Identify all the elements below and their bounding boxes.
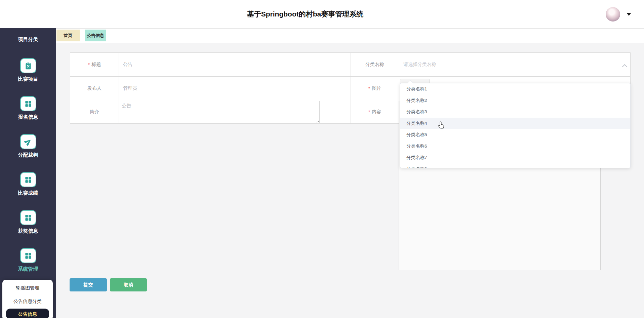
dropdown-option[interactable]: 分类名称8 [400, 163, 630, 168]
sidebar-item-competition-projects[interactable]: 比赛项目 [0, 58, 56, 82]
clipboard-icon [20, 58, 36, 73]
submenu-item-carousel[interactable]: 轮播图管理 [2, 285, 53, 291]
sidebar-item-registration-info[interactable]: 报名信息 [0, 96, 56, 120]
dropdown-option[interactable]: 分类名称2 [400, 95, 630, 106]
dropdown-option[interactable]: 分类名称6 [400, 141, 630, 152]
send-icon [20, 134, 36, 149]
grid-icon [20, 210, 36, 225]
header: 基于Springboot的村ba赛事管理系统 [0, 0, 644, 29]
dropdown-option[interactable]: 分类名称5 [400, 129, 630, 141]
content-label: 内容 [351, 100, 399, 124]
grid-icon [20, 96, 36, 111]
submenu-item-notice-info[interactable]: 公告信息 [6, 309, 49, 318]
sidebar-item-system-management[interactable]: 系统管理 [0, 248, 56, 272]
chevron-up-icon[interactable] [622, 64, 628, 70]
dropdown-option[interactable]: 分类名称3 [400, 106, 630, 118]
avatar[interactable] [606, 7, 620, 22]
category-label: 分类名称 [351, 53, 399, 76]
dropdown-option[interactable]: 分类名称1 [400, 83, 630, 95]
tab-home[interactable]: 首页 [56, 30, 80, 41]
sidebar-item-label: 报名信息 [0, 114, 56, 120]
tab-notice-info[interactable]: 公告信息 [85, 30, 106, 41]
publisher-label: 发布人 [70, 77, 119, 100]
sidebar-item-award-info[interactable]: 获奖信息 [0, 210, 56, 234]
caret-down-icon[interactable] [627, 13, 631, 16]
tab-bar: 首页 公告信息 [56, 28, 644, 43]
sidebar-item-assign-referee[interactable]: 分配裁判 [0, 134, 56, 158]
publisher-input[interactable] [122, 85, 344, 91]
category-select[interactable]: 请选择分类名称 [403, 53, 605, 76]
category-dropdown: 分类名称1 分类名称2 分类名称3 分类名称4 分类名称5 分类名称6 分类名称… [400, 83, 631, 168]
cancel-button[interactable]: 取消 [110, 278, 147, 291]
sidebar: 项目分类 比赛项目 报名信息 [0, 28, 56, 318]
title-input[interactable] [122, 62, 344, 68]
editor-divider [399, 265, 593, 265]
sidebar-item-label: 分配裁判 [0, 152, 56, 158]
sidebar-item-label: 获奖信息 [0, 228, 56, 234]
grid-icon [20, 172, 36, 187]
app-window: 基于Springboot的村ba赛事管理系统 项目分类 比赛项目 [0, 0, 644, 318]
sidebar-item-label: 比赛成绩 [0, 190, 56, 196]
sidebar-item-label: 系统管理 [0, 266, 56, 272]
dropdown-option[interactable]: 分类名称7 [400, 152, 630, 163]
sidebar-item-label: 比赛项目 [0, 76, 56, 82]
image-label: 图片 [351, 77, 399, 100]
category-placeholder: 请选择分类名称 [403, 62, 436, 68]
system-management-submenu: 轮播图管理 公告信息分类 公告信息 [2, 280, 53, 318]
dropdown-option-hovered[interactable]: 分类名称4 [400, 118, 630, 129]
title-label: 标题 [70, 53, 119, 76]
sidebar-item-competition-results[interactable]: 比赛成绩 [0, 172, 56, 196]
page-title: 基于Springboot的村ba赛事管理系统 [0, 0, 610, 28]
hand-cursor-icon [437, 121, 446, 132]
submit-button[interactable]: 提交 [70, 278, 107, 291]
sidebar-title: 项目分类 [0, 36, 56, 43]
grid-icon [20, 248, 36, 263]
intro-textarea[interactable]: 公告 [119, 101, 320, 123]
submenu-item-notice-category[interactable]: 公告信息分类 [2, 299, 53, 305]
intro-label: 简介 [70, 100, 119, 124]
